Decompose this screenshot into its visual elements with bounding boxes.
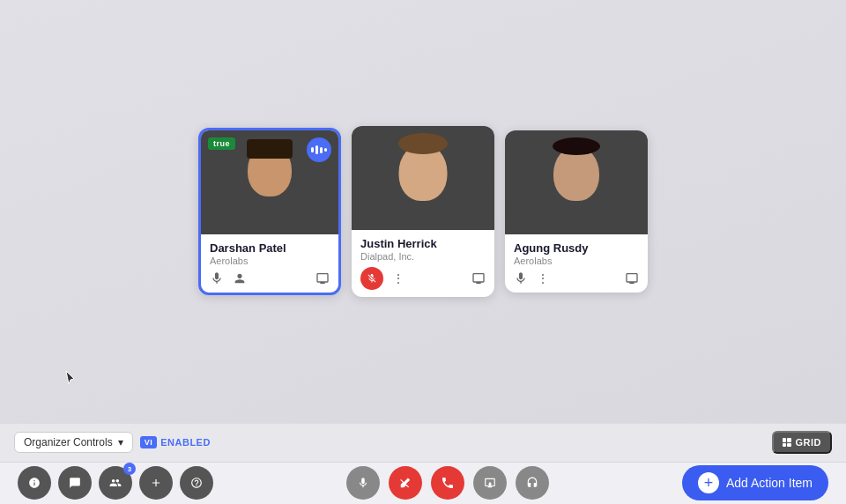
main-video-area: true Darshan Patel Aerolabs	[0, 0, 846, 423]
toolbar-center	[222, 466, 673, 500]
dropdown-chevron-icon: ▾	[118, 436, 123, 448]
add-action-item-button[interactable]: + Add Action Item	[682, 465, 828, 500]
card-info-darshan: Darshan Patel Aerolabs	[201, 234, 338, 266]
screen-icon-darshan[interactable]	[315, 271, 330, 285]
toolbar-left: 3	[18, 466, 213, 500]
headset-button[interactable]	[516, 466, 549, 500]
add-participant-button[interactable]	[139, 466, 173, 500]
participant-card-justin: Justin Herrick Dialpad, Inc. ⋮	[352, 126, 494, 297]
main-toolbar: 3	[0, 463, 846, 504]
help-button[interactable]	[180, 466, 213, 500]
hangup-button[interactable]	[431, 466, 464, 500]
card-info-justin: Justin Herrick Dialpad, Inc.	[352, 230, 494, 262]
participants-count-badge: 3	[123, 463, 136, 475]
vi-status: VI ENABLED	[140, 436, 211, 448]
card-info-agung: Agung Rusdy Aerolabs	[505, 234, 648, 266]
participant-name-justin: Justin Herrick	[360, 237, 486, 250]
participants-container: true Darshan Patel Aerolabs	[198, 126, 648, 297]
card-controls-justin: ⋮	[352, 262, 494, 297]
card-controls-agung: ⋮	[505, 266, 648, 293]
more-icon-justin[interactable]: ⋮	[392, 271, 404, 285]
video-darshan: true	[201, 130, 338, 234]
participant-card-darshan: true Darshan Patel Aerolabs	[198, 128, 341, 295]
info-button[interactable]	[18, 466, 51, 500]
grid-view-button[interactable]: GRID	[772, 431, 833, 454]
participant-card-agung: Agung Rusdy Aerolabs ⋮	[505, 130, 648, 293]
participants-button-wrap: 3	[99, 466, 132, 500]
vi-badge: VI	[140, 436, 158, 448]
more-icon-agung[interactable]: ⋮	[537, 271, 549, 285]
speaking-indicator	[307, 137, 331, 162]
organizer-badge: true	[208, 137, 235, 150]
participant-name-darshan: Darshan Patel	[210, 241, 330, 255]
mouse-cursor	[65, 370, 76, 386]
organizer-controls-dropdown[interactable]: Organizer Controls ▾	[14, 432, 133, 453]
grid-icon	[783, 438, 791, 447]
mic-button[interactable]	[346, 466, 380, 500]
card-controls-darshan	[201, 266, 338, 293]
person-icon-darshan[interactable]	[233, 271, 247, 285]
mic-muted-icon-justin[interactable]	[360, 267, 383, 290]
participant-company-agung: Aerolabs	[514, 256, 639, 266]
add-action-label: Add Action Item	[726, 476, 813, 490]
video-agung	[505, 130, 648, 234]
controls-bar: Organizer Controls ▾ VI ENABLED GRID	[0, 424, 846, 463]
organizer-dropdown-label: Organizer Controls	[24, 436, 113, 448]
screen-share-button[interactable]	[473, 466, 507, 500]
vi-enabled-text: ENABLED	[160, 437, 211, 448]
mic-icon-darshan[interactable]	[210, 271, 224, 285]
participant-company-justin: Dialpad, Inc.	[360, 251, 486, 262]
video-off-button[interactable]	[389, 466, 422, 500]
bottom-bar: Organizer Controls ▾ VI ENABLED GRID	[0, 423, 846, 504]
plus-circle-icon: +	[698, 472, 719, 493]
video-justin	[352, 126, 494, 230]
participant-company-darshan: Aerolabs	[210, 256, 330, 266]
chat-button[interactable]	[58, 466, 92, 500]
grid-label: GRID	[796, 437, 822, 448]
toolbar-right: + Add Action Item	[682, 465, 828, 500]
mic-icon-agung[interactable]	[514, 271, 528, 285]
screen-icon-justin[interactable]	[471, 271, 486, 285]
participant-name-agung: Agung Rusdy	[514, 241, 639, 255]
screen-icon-agung[interactable]	[625, 271, 639, 285]
